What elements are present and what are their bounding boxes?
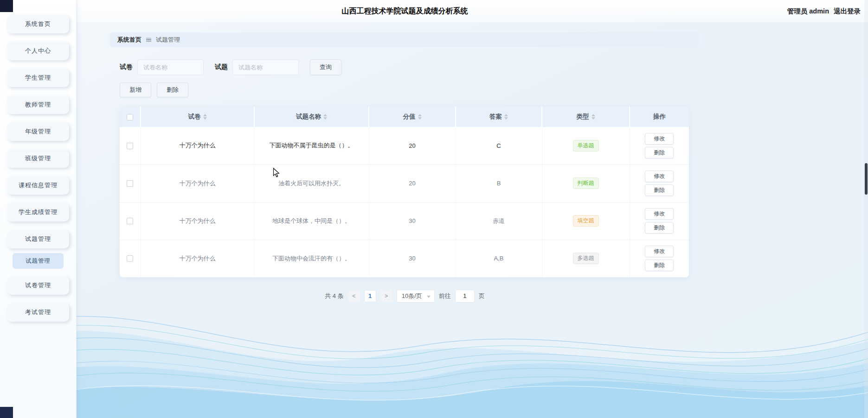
sidebar-item-exam-management[interactable]: 考试管理 bbox=[7, 303, 69, 322]
user-role-label: 管理员 bbox=[787, 7, 808, 15]
row-checkbox-cell bbox=[120, 240, 141, 277]
cell-paper: 十万个为什么 bbox=[141, 202, 254, 240]
window-corner-bottom bbox=[0, 407, 13, 418]
breadcrumb: 系统首页 试题管理 bbox=[110, 32, 700, 47]
scrollbar-track[interactable] bbox=[864, 0, 868, 418]
column-header-operations-label: 操作 bbox=[653, 113, 666, 120]
goto-page-input[interactable] bbox=[455, 290, 475, 303]
top-header: 山西工程技术学院试题及成绩分析系统 管理员 admin 退出登录 bbox=[77, 0, 868, 22]
cell-answer: C bbox=[456, 127, 542, 165]
header-checkbox-cell bbox=[120, 107, 141, 127]
column-header-type: 类型 bbox=[542, 107, 630, 127]
sidebar: 系统首页 个人中心 学生管理 教师管理 年级管理 班级管理 课程信息管理 学生成… bbox=[0, 0, 77, 418]
sort-icon[interactable] bbox=[323, 114, 327, 120]
sidebar-item-paper-management[interactable]: 试卷管理 bbox=[7, 276, 69, 295]
pagination-total: 共 4 条 bbox=[325, 292, 343, 300]
sidebar-item-student-score-management[interactable]: 学生成绩管理 bbox=[7, 203, 69, 222]
cell-paper: 十万个为什么 bbox=[141, 127, 254, 165]
type-tag: 判断题 bbox=[573, 177, 599, 189]
sidebar-item-student-management[interactable]: 学生管理 bbox=[7, 69, 69, 87]
sidebar-item-system-home[interactable]: 系统首页 bbox=[7, 15, 69, 33]
paper-filter-input[interactable] bbox=[137, 59, 204, 75]
cell-operations: 修改 删除 bbox=[630, 240, 689, 277]
row-checkbox[interactable] bbox=[127, 255, 133, 262]
row-checkbox[interactable] bbox=[127, 143, 133, 149]
cell-answer: 赤道 bbox=[456, 202, 542, 240]
cell-paper: 十万个为什么 bbox=[141, 165, 254, 202]
cell-question: 油着火后可以用水扑灭。 bbox=[254, 165, 369, 202]
sort-icon[interactable] bbox=[418, 114, 422, 120]
table-header-row: 试卷 试题名称 分值 答案 类型 操作 bbox=[120, 107, 689, 127]
page-size-select[interactable]: 10条/页 bbox=[397, 290, 435, 303]
logout-button[interactable]: 退出登录 bbox=[834, 7, 861, 16]
breadcrumb-current: 试题管理 bbox=[156, 36, 180, 44]
type-tag: 填空题 bbox=[573, 215, 599, 227]
cell-type: 判断题 bbox=[542, 165, 630, 202]
sidebar-item-grade-management[interactable]: 年级管理 bbox=[7, 122, 69, 141]
cell-question: 下面动物不属于昆虫的是（）。 bbox=[254, 127, 369, 165]
sidebar-submenu-question-management-active[interactable]: 试题管理 bbox=[13, 253, 64, 269]
username: admin bbox=[809, 7, 829, 15]
cell-paper: 十万个为什么 bbox=[141, 240, 254, 277]
sort-icon[interactable] bbox=[504, 114, 508, 120]
cell-question: 下面动物中会流汗的有（）。 bbox=[254, 240, 369, 277]
column-header-question-label: 试题名称 bbox=[296, 113, 321, 120]
row-edit-button[interactable]: 修改 bbox=[645, 171, 674, 182]
goto-label: 前往 bbox=[439, 292, 451, 300]
cell-score: 30 bbox=[369, 240, 456, 277]
table-row: 十万个为什么 下面动物不属于昆虫的是（）。 20 C 单选题 修改 删除 bbox=[120, 127, 689, 165]
table-row: 十万个为什么 油着火后可以用水扑灭。 20 B 判断题 修改 删除 bbox=[120, 165, 689, 202]
sidebar-item-teacher-management[interactable]: 教师管理 bbox=[7, 95, 69, 114]
sidebar-item-personal-center[interactable]: 个人中心 bbox=[7, 42, 69, 60]
type-tag: 单选题 bbox=[573, 140, 599, 152]
breadcrumb-separator-icon bbox=[146, 38, 151, 42]
user-info: 管理员 admin 退出登录 bbox=[787, 0, 861, 22]
row-edit-button[interactable]: 修改 bbox=[645, 208, 674, 220]
delete-button[interactable]: 删除 bbox=[157, 82, 188, 97]
table-actions: 新增 删除 bbox=[120, 82, 700, 97]
pagination: 共 4 条 < 1 > 10条/页 前往 页 bbox=[110, 290, 700, 303]
cell-type: 多选题 bbox=[542, 240, 630, 277]
pagination-page-1[interactable]: 1 bbox=[364, 290, 376, 302]
sidebar-item-class-management[interactable]: 班级管理 bbox=[7, 149, 69, 168]
row-delete-button[interactable]: 删除 bbox=[645, 260, 674, 271]
add-button[interactable]: 新增 bbox=[120, 82, 151, 97]
sort-icon[interactable] bbox=[203, 114, 207, 120]
column-header-score: 分值 bbox=[369, 107, 456, 127]
scrollbar-thumb[interactable] bbox=[865, 163, 868, 195]
row-delete-button[interactable]: 删除 bbox=[645, 184, 674, 196]
select-all-checkbox[interactable] bbox=[127, 114, 133, 120]
row-edit-button[interactable]: 修改 bbox=[645, 246, 674, 257]
cell-type: 填空题 bbox=[542, 202, 630, 240]
sidebar-item-question-management[interactable]: 试题管理 bbox=[7, 230, 69, 248]
row-checkbox-cell bbox=[120, 127, 141, 165]
cell-score: 20 bbox=[369, 165, 456, 202]
cell-operations: 修改 删除 bbox=[630, 127, 689, 165]
pagination-next-button[interactable]: > bbox=[380, 290, 392, 302]
breadcrumb-home-link[interactable]: 系统首页 bbox=[117, 36, 141, 44]
pagination-prev-button[interactable]: < bbox=[348, 290, 360, 302]
row-checkbox[interactable] bbox=[127, 218, 133, 224]
goto-suffix: 页 bbox=[479, 292, 485, 300]
cell-operations: 修改 删除 bbox=[630, 165, 689, 202]
cell-score: 30 bbox=[369, 202, 456, 240]
table-row: 十万个为什么 下面动物中会流汗的有（）。 30 A,B 多选题 修改 删除 bbox=[120, 240, 689, 277]
main-content: 系统首页 试题管理 试卷 试题 查询 新增 删除 试卷 试题名称 分值 bbox=[110, 32, 700, 303]
search-button[interactable]: 查询 bbox=[310, 59, 341, 75]
row-checkbox-cell bbox=[120, 202, 141, 240]
row-delete-button[interactable]: 删除 bbox=[645, 147, 674, 158]
row-checkbox[interactable] bbox=[127, 180, 133, 187]
page-size-value: 10条/页 bbox=[402, 292, 422, 300]
row-delete-button[interactable]: 删除 bbox=[645, 222, 674, 234]
user-role-and-name: 管理员 admin bbox=[787, 7, 829, 16]
row-edit-button[interactable]: 修改 bbox=[645, 133, 674, 145]
sidebar-item-course-info-management[interactable]: 课程信息管理 bbox=[7, 176, 69, 195]
question-filter-input[interactable] bbox=[232, 59, 299, 75]
paper-filter-label: 试卷 bbox=[120, 63, 133, 71]
column-header-answer: 答案 bbox=[456, 107, 542, 127]
column-header-type-label: 类型 bbox=[577, 113, 589, 120]
table-row: 十万个为什么 地球是个球体，中间是（）。 30 赤道 填空题 修改 删除 bbox=[120, 202, 689, 240]
column-header-operations: 操作 bbox=[630, 107, 689, 127]
questions-table-wrapper: 试卷 试题名称 分值 答案 类型 操作 十万个为什么 下面动物不属于昆虫的是（）… bbox=[120, 107, 689, 278]
sort-icon[interactable] bbox=[592, 114, 595, 120]
